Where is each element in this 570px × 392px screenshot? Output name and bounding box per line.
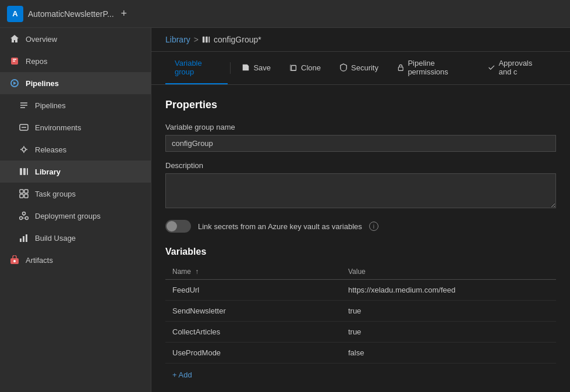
- org-title: AutomaticNewsletterP...: [28, 9, 114, 19]
- tab-save[interactable]: Save: [232, 56, 280, 80]
- deployment-groups-icon: [19, 211, 29, 221]
- variable-value-cell: false: [341, 343, 556, 364]
- svg-rect-23: [398, 67, 403, 70]
- svg-point-3: [22, 148, 26, 151]
- svg-rect-8: [24, 190, 28, 193]
- table-row[interactable]: SendNewslettertrue: [165, 301, 556, 322]
- sidebar: Overview Repos Pipelines: [0, 28, 151, 392]
- variable-value-cell: true: [341, 301, 556, 322]
- avatar: A: [7, 6, 23, 22]
- toggle-label: Link secrets from an Azure key vault as …: [198, 222, 362, 231]
- svg-rect-20: [206, 37, 208, 43]
- page-content: Properties Variable group name Descripti…: [151, 85, 570, 392]
- svg-point-18: [13, 260, 16, 262]
- variable-group-name-label: Variable group name: [165, 123, 556, 131]
- lock-icon: [397, 63, 404, 72]
- sidebar-item-build-usage[interactable]: Build Usage: [0, 227, 151, 249]
- library-icon: [19, 166, 29, 177]
- task-groups-icon: [19, 188, 29, 199]
- build-usage-icon: [19, 233, 29, 243]
- col-value-header: Value: [341, 264, 556, 280]
- library-breadcrumb-icon: [202, 35, 210, 44]
- tab-variable-group[interactable]: Variable group: [165, 52, 228, 84]
- svg-rect-16: [26, 234, 27, 242]
- variable-name-cell: UseProdMode: [165, 343, 341, 364]
- table-row[interactable]: CollectArticlestrue: [165, 322, 556, 343]
- table-row[interactable]: UseProdModefalse: [165, 343, 556, 364]
- sidebar-item-pipelines-header[interactable]: Pipelines: [0, 72, 151, 94]
- col-name-header[interactable]: Name ↑: [165, 264, 341, 280]
- variables-title: Variables: [165, 247, 556, 257]
- toggle-knob: [167, 221, 177, 231]
- svg-rect-9: [20, 194, 23, 198]
- description-group: Description: [165, 161, 556, 211]
- tab-security[interactable]: Security: [330, 56, 388, 80]
- sidebar-item-deployment-groups[interactable]: Deployment groups: [0, 205, 151, 227]
- variable-name-cell: FeedUrl: [165, 280, 341, 301]
- toggle-row: Link secrets from an Azure key vault as …: [165, 220, 556, 233]
- sidebar-item-task-groups[interactable]: Task groups: [0, 183, 151, 205]
- link-secrets-toggle[interactable]: [165, 220, 191, 233]
- variables-table: Name ↑ Value FeedUrlhttps://xeladu.mediu…: [165, 264, 556, 364]
- variable-name-cell: SendNewsletter: [165, 301, 341, 322]
- variable-group-name-input[interactable]: [165, 135, 556, 152]
- save-icon: [242, 63, 250, 72]
- tab-bar: Variable group Save Clone Sec: [151, 52, 570, 85]
- top-bar: A AutomaticNewsletterP... +: [0, 0, 570, 28]
- tab-approvals[interactable]: Approvals and c: [479, 52, 556, 84]
- sidebar-item-artifacts[interactable]: Artifacts: [0, 249, 151, 271]
- main-layout: Overview Repos Pipelines: [0, 28, 570, 392]
- add-button[interactable]: +: [121, 8, 128, 20]
- description-label: Description: [165, 161, 556, 170]
- sidebar-item-releases[interactable]: Releases: [0, 138, 151, 161]
- breadcrumb: Library > configGroup*: [151, 28, 570, 52]
- info-icon[interactable]: i: [369, 222, 378, 231]
- svg-rect-6: [27, 168, 28, 175]
- home-icon: [9, 34, 20, 44]
- shield-icon: [339, 63, 348, 72]
- sort-arrow: ↑: [195, 268, 199, 276]
- variable-value-cell: https://xeladu.medium.com/feed: [341, 280, 556, 301]
- content-area: Library > configGroup* Variable group Sa…: [151, 28, 570, 392]
- svg-rect-19: [203, 37, 205, 43]
- svg-rect-4: [20, 168, 22, 175]
- clone-icon: [289, 63, 298, 72]
- tab-pipeline-permissions[interactable]: Pipeline permissions: [388, 52, 479, 84]
- svg-rect-7: [20, 190, 23, 193]
- pipelines-icon: [9, 78, 20, 88]
- table-row[interactable]: FeedUrlhttps://xeladu.medium.com/feed: [165, 280, 556, 301]
- sidebar-item-environments[interactable]: Environments: [0, 116, 151, 138]
- svg-rect-15: [23, 236, 24, 242]
- svg-point-12: [20, 217, 23, 220]
- description-textarea[interactable]: [165, 173, 556, 208]
- pipelines-sub-icon: [19, 100, 29, 111]
- artifacts-icon: [9, 255, 20, 265]
- variable-name-cell: CollectArticles: [165, 322, 341, 343]
- sidebar-item-repos[interactable]: Repos: [0, 50, 151, 72]
- properties-title: Properties: [165, 99, 556, 111]
- sidebar-item-library[interactable]: Library: [0, 161, 151, 183]
- svg-rect-5: [23, 168, 26, 175]
- svg-rect-22: [292, 66, 296, 71]
- tab-divider-1: [230, 62, 231, 74]
- check-icon: [488, 63, 495, 72]
- breadcrumb-separator: >: [194, 35, 199, 44]
- sidebar-item-overview[interactable]: Overview: [0, 28, 151, 50]
- svg-rect-10: [24, 194, 28, 198]
- library-breadcrumb-link[interactable]: Library: [165, 35, 190, 44]
- variable-value-cell: true: [341, 322, 556, 343]
- current-page-title: configGroup*: [214, 35, 261, 44]
- environments-icon: [19, 122, 29, 133]
- svg-point-13: [26, 217, 29, 220]
- releases-icon: [19, 144, 29, 155]
- add-variable-button[interactable]: + Add: [165, 364, 556, 386]
- variable-group-name-group: Variable group name: [165, 123, 556, 152]
- svg-rect-14: [20, 238, 22, 242]
- sidebar-item-pipelines[interactable]: Pipelines: [0, 94, 151, 116]
- svg-point-11: [23, 212, 26, 215]
- svg-rect-21: [208, 37, 210, 43]
- repo-icon: [9, 56, 20, 66]
- tab-clone[interactable]: Clone: [280, 56, 330, 80]
